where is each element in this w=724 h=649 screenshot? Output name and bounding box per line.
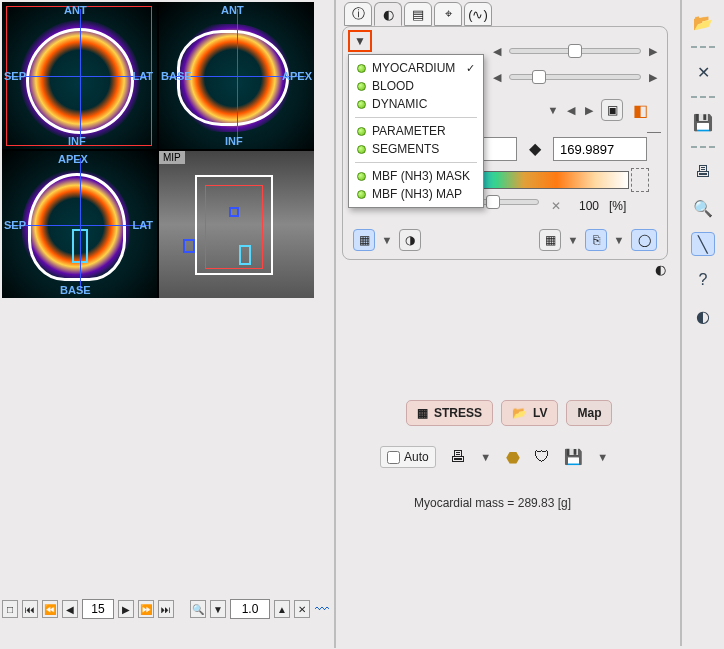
zoom-up-icon[interactable]: ▲ bbox=[274, 600, 290, 618]
shield-icon[interactable]: 🛡 bbox=[534, 448, 550, 466]
viewport-vla[interactable]: APEX SEP LAT BASE bbox=[2, 151, 157, 298]
series-item-segments[interactable]: SEGMENTS bbox=[351, 140, 481, 158]
mass-value: 289.83 bbox=[518, 496, 555, 510]
sync-icon[interactable]: ⎘ bbox=[585, 229, 607, 251]
opacity-reset-icon[interactable]: ✕ bbox=[551, 199, 561, 213]
crosshair-v[interactable] bbox=[237, 9, 238, 141]
slider-right-icon[interactable]: ▶ bbox=[647, 45, 659, 57]
dropdown-icon[interactable]: ▼ bbox=[567, 234, 579, 246]
slider-right-icon[interactable]: ▶ bbox=[647, 71, 659, 83]
collapse-icon[interactable]: ✕ bbox=[294, 600, 310, 618]
frame-fwd-icon[interactable]: ⏩ bbox=[138, 600, 154, 618]
series-item-blood[interactable]: BLOOD bbox=[351, 77, 481, 95]
series-dropdown-button[interactable]: ▼ bbox=[348, 30, 372, 52]
series-item-dynamic[interactable]: DYNAMIC bbox=[351, 95, 481, 113]
minimize-icon[interactable]: — bbox=[647, 123, 661, 139]
tab-contrast[interactable]: ◐ bbox=[374, 2, 402, 26]
bullet-icon bbox=[357, 145, 366, 154]
contrast-tool-icon[interactable]: ◐ bbox=[691, 304, 715, 328]
polar-icon[interactable]: ⬣ bbox=[506, 448, 520, 467]
frame-prev-icon[interactable]: ◀ bbox=[62, 600, 78, 618]
save-icon[interactable]: 💾 bbox=[564, 448, 583, 466]
colormap-more-icon[interactable] bbox=[631, 168, 649, 192]
frame-nav: □ ⏮ ⏪ ◀ ▶ ⏩ ⏭ 🔍 ▼ ▲ ✕ 〰 bbox=[2, 596, 332, 622]
dropdown-icon[interactable]: ▼ bbox=[381, 234, 393, 246]
close-icon[interactable]: ✕ bbox=[691, 60, 715, 84]
mass-unit: [g] bbox=[558, 496, 571, 510]
save-icon[interactable]: 💾 bbox=[691, 110, 715, 134]
threshold-icon[interactable]: ◆ bbox=[529, 139, 541, 158]
bullet-icon bbox=[357, 100, 366, 109]
region-grow-icon[interactable]: ▣ bbox=[601, 99, 623, 121]
marker-cyan[interactable] bbox=[239, 245, 251, 265]
tab-layers[interactable]: ▤ bbox=[404, 2, 432, 26]
segment-tool-icon[interactable]: ╲ bbox=[691, 232, 715, 256]
frame-last-icon[interactable]: ⏭ bbox=[158, 600, 174, 618]
frame-stop-icon[interactable]: □ bbox=[2, 600, 18, 618]
crosshair-v[interactable] bbox=[80, 158, 81, 290]
frame-rev-icon[interactable]: ⏪ bbox=[42, 600, 58, 618]
lv-button[interactable]: 📂LV bbox=[501, 400, 558, 426]
viewport-sax[interactable]: ANT SEP LAT INF bbox=[2, 2, 157, 149]
contrast-reset-icon[interactable]: ◧ bbox=[629, 99, 651, 121]
stress-button[interactable]: ▦STRESS bbox=[406, 400, 493, 426]
pick-icon[interactable]: ▦ bbox=[539, 229, 561, 251]
level-slider[interactable] bbox=[509, 74, 641, 80]
viewport-hla[interactable]: ANT BASE APEX INF bbox=[159, 2, 314, 149]
wave-icon[interactable]: 〰 bbox=[314, 600, 330, 618]
grid-layout-icon[interactable]: ▦ bbox=[353, 229, 375, 251]
zoom-input[interactable] bbox=[230, 599, 270, 619]
zoom-reset-icon[interactable]: ▼ bbox=[210, 600, 226, 618]
open-icon[interactable]: 📂 bbox=[691, 10, 715, 34]
frame-next-icon[interactable]: ▶ bbox=[118, 600, 134, 618]
tab-info[interactable]: ⓘ bbox=[344, 2, 372, 26]
slider-left-icon[interactable]: ◀ bbox=[491, 45, 503, 57]
step-left-icon[interactable]: ◀ bbox=[565, 104, 577, 116]
mip-tag: MIP bbox=[159, 151, 185, 164]
half-contrast-icon[interactable]: ◐ bbox=[655, 262, 666, 277]
tab-extra[interactable]: (∿) bbox=[464, 2, 492, 26]
auto-checkbox[interactable] bbox=[387, 451, 400, 464]
dropdown-icon[interactable]: ▼ bbox=[597, 451, 609, 463]
tab-bar: ⓘ ◐ ▤ ⌖ (∿) bbox=[344, 2, 492, 26]
opacity-unit: [%] bbox=[609, 199, 626, 213]
separator bbox=[691, 146, 715, 148]
viewport-mip[interactable]: MIP bbox=[159, 151, 314, 298]
crosshair-v[interactable] bbox=[80, 9, 81, 141]
step-right-icon[interactable]: ▶ bbox=[583, 104, 595, 116]
threshold-input[interactable] bbox=[553, 137, 647, 161]
tab-tools[interactable]: ⌖ bbox=[434, 2, 462, 26]
bullet-icon bbox=[357, 172, 366, 181]
label: STRESS bbox=[434, 406, 482, 420]
voi-outline bbox=[177, 30, 289, 126]
zoom-icon[interactable]: 🔍 bbox=[691, 196, 715, 220]
marker-blue[interactable] bbox=[183, 239, 195, 253]
slider-left-icon[interactable]: ◀ bbox=[491, 71, 503, 83]
window-slider[interactable] bbox=[509, 48, 641, 54]
dropdown-icon[interactable]: ▼ bbox=[613, 234, 625, 246]
print-layout-icon[interactable]: 🖶 bbox=[691, 160, 715, 184]
label: Map bbox=[577, 406, 601, 420]
auto-toggle[interactable]: Auto bbox=[380, 446, 436, 468]
separator bbox=[691, 46, 715, 48]
map-button[interactable]: Map bbox=[566, 400, 612, 426]
dropdown-icon[interactable]: ▼ bbox=[480, 451, 492, 463]
series-item-mbf-mask[interactable]: MBF (NH3) MASK bbox=[351, 167, 481, 185]
series-item-myocardium[interactable]: MYOCARDIUM✓ bbox=[351, 59, 481, 77]
print-icon[interactable]: 🖶 bbox=[450, 448, 466, 466]
help-icon[interactable]: ? bbox=[691, 268, 715, 292]
series-item-mbf-map[interactable]: MBF (NH3) MAP bbox=[351, 185, 481, 203]
dropdown-icon[interactable]: ▼ bbox=[547, 104, 559, 116]
frame-first-icon[interactable]: ⏮ bbox=[22, 600, 38, 618]
series-item-parameter[interactable]: PARAMETER bbox=[351, 122, 481, 140]
contrast-flip-icon[interactable]: ◑ bbox=[399, 229, 421, 251]
bullet-icon bbox=[357, 64, 366, 73]
mode-buttons: ▦STRESS 📂LV Map bbox=[406, 400, 612, 426]
zoom-out-icon[interactable]: 🔍 bbox=[190, 600, 206, 618]
mask-shape-icon[interactable]: ◯ bbox=[631, 229, 657, 251]
orient-inf: INF bbox=[68, 135, 86, 147]
marker-center[interactable] bbox=[229, 207, 239, 217]
orient-apex: APEX bbox=[282, 70, 312, 82]
crop-red[interactable] bbox=[205, 185, 263, 269]
frame-input[interactable] bbox=[82, 599, 114, 619]
